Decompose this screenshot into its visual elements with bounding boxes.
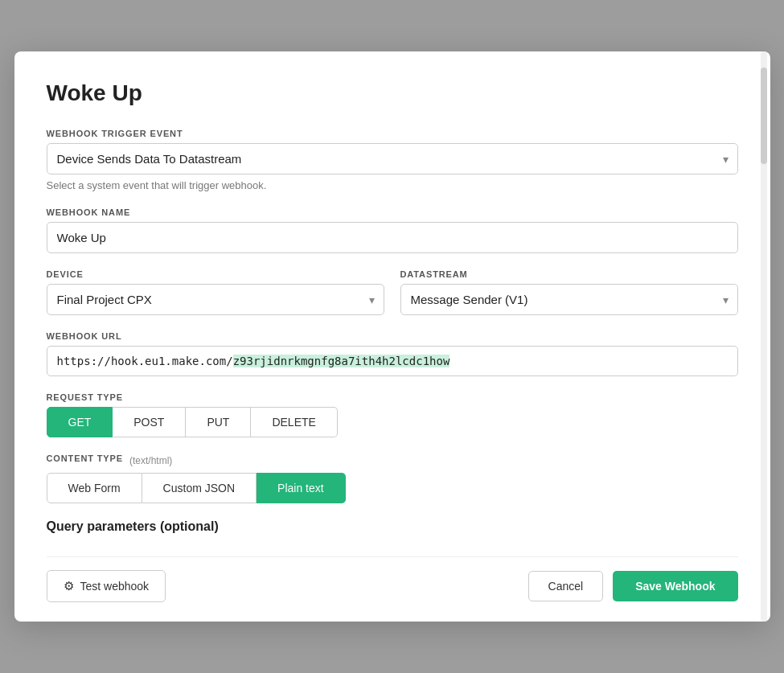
query-params-section: Query parameters (optional) bbox=[47, 519, 738, 534]
request-type-post[interactable]: POST bbox=[113, 407, 186, 437]
device-datastream-section: DEVICE Final Project CPX ▾ DATASTREAM Me… bbox=[47, 269, 738, 315]
request-type-group: GET POST PUT DELETE bbox=[47, 407, 738, 437]
content-type-hint: (text/html) bbox=[129, 455, 172, 466]
cancel-button[interactable]: Cancel bbox=[528, 571, 604, 601]
webhook-name-input[interactable] bbox=[47, 222, 738, 253]
footer-right: Cancel Save Webhook bbox=[528, 571, 738, 601]
request-type-put[interactable]: PUT bbox=[186, 407, 251, 437]
webhook-url-section: WEBHOOK URL https://hook.eu1.make.com/z9… bbox=[47, 331, 738, 376]
device-select[interactable]: Final Project CPX bbox=[47, 284, 384, 315]
webhook-name-label: WEBHOOK NAME bbox=[47, 207, 738, 217]
request-type-delete[interactable]: DELETE bbox=[251, 407, 337, 437]
scrollbar-thumb[interactable] bbox=[761, 68, 767, 164]
datastream-select-wrapper: Message Sender (V1) ▾ bbox=[400, 284, 738, 315]
device-select-wrapper: Final Project CPX ▾ bbox=[47, 284, 384, 315]
content-type-group: Web Form Custom JSON Plain text bbox=[47, 473, 738, 503]
webhook-trigger-select[interactable]: Device Sends Data To DatastreamDevice Go… bbox=[47, 143, 738, 174]
url-prefix: https://hook.eu1.make.com/ bbox=[57, 355, 233, 367]
webhook-trigger-label: WEBHOOK TRIGGER EVENT bbox=[47, 129, 738, 138]
webhook-trigger-hint: Select a system event that will trigger … bbox=[47, 179, 738, 191]
scrollbar-track[interactable] bbox=[761, 51, 767, 622]
webhook-url-display[interactable]: https://hook.eu1.make.com/z93rjidnrkmgnf… bbox=[47, 346, 738, 376]
url-highlighted: z93rjidnrkmgnfg8a7ith4h2lcdc1how bbox=[233, 355, 450, 367]
webhook-trigger-wrapper: Device Sends Data To DatastreamDevice Go… bbox=[47, 143, 738, 174]
webhook-url-label: WEBHOOK URL bbox=[47, 331, 738, 341]
save-webhook-button[interactable]: Save Webhook bbox=[613, 571, 737, 601]
content-type-section: CONTENT TYPE (text/html) Web Form Custom… bbox=[47, 453, 738, 503]
gear-icon: ⚙ bbox=[64, 579, 74, 593]
datastream-label: DATASTREAM bbox=[400, 269, 738, 279]
query-params-title: Query parameters (optional) bbox=[47, 519, 738, 534]
content-type-json[interactable]: Custom JSON bbox=[142, 473, 257, 503]
content-type-webform[interactable]: Web Form bbox=[47, 473, 142, 503]
request-type-section: REQUEST TYPE GET POST PUT DELETE bbox=[47, 392, 738, 437]
datastream-select[interactable]: Message Sender (V1) bbox=[400, 284, 738, 315]
webhook-name-section: WEBHOOK NAME bbox=[47, 207, 738, 253]
device-label: DEVICE bbox=[47, 269, 384, 279]
modal-container: Woke Up WEBHOOK TRIGGER EVENT Device Sen… bbox=[14, 51, 770, 622]
datastream-field: DATASTREAM Message Sender (V1) ▾ bbox=[400, 269, 738, 315]
test-webhook-label: Test webhook bbox=[80, 580, 150, 593]
request-type-label: REQUEST TYPE bbox=[47, 392, 738, 402]
content-type-plaintext[interactable]: Plain text bbox=[257, 473, 346, 503]
device-field: DEVICE Final Project CPX ▾ bbox=[47, 269, 384, 315]
modal-footer: ⚙ Test webhook Cancel Save Webhook bbox=[47, 556, 738, 602]
content-type-label: CONTENT TYPE bbox=[47, 453, 124, 463]
webhook-trigger-section: WEBHOOK TRIGGER EVENT Device Sends Data … bbox=[47, 129, 738, 191]
modal-title: Woke Up bbox=[47, 80, 738, 106]
test-webhook-button[interactable]: ⚙ Test webhook bbox=[47, 570, 166, 602]
content-type-label-row: CONTENT TYPE (text/html) bbox=[47, 453, 738, 468]
request-type-get[interactable]: GET bbox=[47, 407, 113, 437]
